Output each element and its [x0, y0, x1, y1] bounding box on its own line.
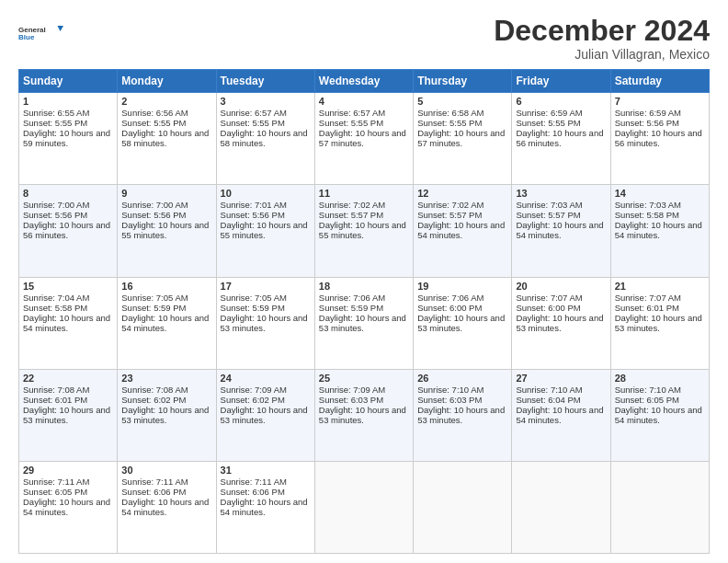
sunrise-text: Sunrise: 6:58 AM [417, 108, 483, 118]
calendar-day-header: Tuesday [216, 70, 314, 93]
calendar-cell [512, 461, 610, 553]
calendar-cell: 19 Sunrise: 7:06 AM Sunset: 6:00 PM Dayl… [414, 277, 512, 369]
sunset-text: Sunset: 5:55 PM [121, 118, 186, 128]
title-block: December 2024 Julian Villagran, Mexico [494, 15, 710, 62]
sunset-text: Sunset: 6:00 PM [417, 303, 482, 313]
daylight-label: Daylight: 10 hours and 54 minutes. [615, 220, 702, 240]
calendar-cell: 20 Sunrise: 7:07 AM Sunset: 6:00 PM Dayl… [512, 277, 610, 369]
day-number: 6 [516, 96, 606, 107]
daylight-label: Daylight: 10 hours and 55 minutes. [319, 220, 406, 240]
daylight-label: Daylight: 10 hours and 54 minutes. [516, 405, 603, 425]
calendar-day-header: Saturday [610, 70, 709, 93]
sunset-text: Sunset: 5:56 PM [121, 210, 186, 220]
day-number: 29 [23, 465, 113, 476]
daylight-label: Daylight: 10 hours and 54 minutes. [221, 497, 308, 517]
sunset-text: Sunset: 5:59 PM [121, 303, 186, 313]
calendar-cell: 28 Sunrise: 7:10 AM Sunset: 6:05 PM Dayl… [610, 369, 709, 461]
calendar-cell: 6 Sunrise: 6:59 AM Sunset: 5:55 PM Dayli… [512, 93, 610, 185]
day-number: 13 [516, 188, 606, 199]
daylight-label: Daylight: 10 hours and 53 minutes. [221, 313, 308, 333]
calendar-cell: 27 Sunrise: 7:10 AM Sunset: 6:04 PM Dayl… [512, 369, 610, 461]
sunrise-text: Sunrise: 6:59 AM [615, 108, 681, 118]
sunset-text: Sunset: 6:02 PM [221, 395, 285, 405]
sunset-text: Sunset: 5:58 PM [23, 303, 87, 313]
sunset-text: Sunset: 6:00 PM [516, 303, 580, 313]
sunset-text: Sunset: 5:55 PM [516, 118, 580, 128]
daylight-label: Daylight: 10 hours and 54 minutes. [615, 405, 702, 425]
day-number: 8 [23, 188, 113, 199]
calendar-week-row: 22 Sunrise: 7:08 AM Sunset: 6:01 PM Dayl… [19, 369, 710, 461]
sunset-text: Sunset: 6:01 PM [23, 395, 87, 405]
calendar-cell: 2 Sunrise: 6:56 AM Sunset: 5:55 PM Dayli… [118, 93, 216, 185]
daylight-label: Daylight: 10 hours and 53 minutes. [516, 313, 603, 333]
sunset-text: Sunset: 5:58 PM [615, 210, 679, 220]
day-number: 30 [121, 465, 211, 476]
daylight-label: Daylight: 10 hours and 54 minutes. [121, 313, 209, 333]
header: General Blue December 2024 Julian Villag… [18, 15, 710, 62]
sunset-text: Sunset: 5:57 PM [319, 210, 383, 220]
sunset-text: Sunset: 5:59 PM [221, 303, 285, 313]
sunrise-text: Sunrise: 7:11 AM [23, 477, 89, 487]
sunrise-text: Sunrise: 7:07 AM [516, 293, 582, 303]
sunrise-text: Sunrise: 7:05 AM [121, 293, 188, 303]
calendar-cell [610, 461, 709, 553]
sunrise-text: Sunrise: 7:04 AM [23, 293, 89, 303]
sunrise-text: Sunrise: 7:09 AM [221, 385, 287, 395]
calendar-day-header: Sunday [19, 70, 118, 93]
daylight-label: Daylight: 10 hours and 54 minutes. [121, 497, 209, 517]
sunset-text: Sunset: 5:55 PM [23, 118, 87, 128]
calendar-cell [414, 461, 512, 553]
calendar-cell: 17 Sunrise: 7:05 AM Sunset: 5:59 PM Dayl… [216, 277, 314, 369]
sunrise-text: Sunrise: 7:09 AM [319, 385, 385, 395]
daylight-label: Daylight: 10 hours and 53 minutes. [221, 405, 308, 425]
sunrise-text: Sunrise: 7:10 AM [615, 385, 681, 395]
daylight-label: Daylight: 10 hours and 56 minutes. [23, 220, 110, 240]
calendar-cell: 30 Sunrise: 7:11 AM Sunset: 6:06 PM Dayl… [118, 461, 216, 553]
daylight-label: Daylight: 10 hours and 57 minutes. [319, 128, 406, 148]
calendar-cell: 4 Sunrise: 6:57 AM Sunset: 5:55 PM Dayli… [314, 93, 413, 185]
day-number: 16 [121, 281, 211, 292]
daylight-label: Daylight: 10 hours and 55 minutes. [121, 220, 209, 240]
sunrise-text: Sunrise: 7:02 AM [319, 200, 385, 210]
day-number: 12 [417, 188, 507, 199]
sunrise-text: Sunrise: 7:02 AM [417, 200, 483, 210]
day-number: 20 [516, 281, 606, 292]
sunrise-text: Sunrise: 7:03 AM [516, 200, 582, 210]
logo-svg: General Blue [18, 15, 64, 52]
daylight-label: Daylight: 10 hours and 54 minutes. [417, 220, 505, 240]
sunrise-text: Sunrise: 7:01 AM [221, 200, 287, 210]
daylight-label: Daylight: 10 hours and 53 minutes. [417, 313, 505, 333]
calendar-week-row: 8 Sunrise: 7:00 AM Sunset: 5:56 PM Dayli… [19, 185, 710, 277]
sunset-text: Sunset: 5:55 PM [319, 118, 383, 128]
calendar-cell: 15 Sunrise: 7:04 AM Sunset: 5:58 PM Dayl… [19, 277, 118, 369]
day-number: 7 [615, 96, 705, 107]
day-number: 31 [221, 465, 311, 476]
calendar-cell: 25 Sunrise: 7:09 AM Sunset: 6:03 PM Dayl… [314, 369, 413, 461]
sunset-text: Sunset: 5:57 PM [516, 210, 580, 220]
sunset-text: Sunset: 5:56 PM [23, 210, 87, 220]
sunrise-text: Sunrise: 7:10 AM [417, 385, 483, 395]
sunrise-text: Sunrise: 6:57 AM [319, 108, 385, 118]
calendar-table: SundayMondayTuesdayWednesdayThursdayFrid… [18, 69, 710, 554]
calendar-week-row: 29 Sunrise: 7:11 AM Sunset: 6:05 PM Dayl… [19, 461, 710, 553]
daylight-label: Daylight: 10 hours and 53 minutes. [121, 405, 209, 425]
daylight-label: Daylight: 10 hours and 56 minutes. [516, 128, 603, 148]
calendar-day-header: Monday [118, 70, 216, 93]
calendar-cell: 9 Sunrise: 7:00 AM Sunset: 5:56 PM Dayli… [118, 185, 216, 277]
sunrise-text: Sunrise: 6:55 AM [23, 108, 89, 118]
calendar-cell: 13 Sunrise: 7:03 AM Sunset: 5:57 PM Dayl… [512, 185, 610, 277]
calendar-cell: 24 Sunrise: 7:09 AM Sunset: 6:02 PM Dayl… [216, 369, 314, 461]
day-number: 27 [516, 373, 606, 384]
daylight-label: Daylight: 10 hours and 54 minutes. [516, 220, 603, 240]
sunset-text: Sunset: 5:56 PM [615, 118, 679, 128]
calendar-cell: 31 Sunrise: 7:11 AM Sunset: 6:06 PM Dayl… [216, 461, 314, 553]
sunset-text: Sunset: 6:06 PM [121, 487, 186, 497]
calendar-cell: 18 Sunrise: 7:06 AM Sunset: 5:59 PM Dayl… [314, 277, 413, 369]
sunset-text: Sunset: 5:59 PM [319, 303, 383, 313]
sunrise-text: Sunrise: 6:56 AM [121, 108, 188, 118]
daylight-label: Daylight: 10 hours and 55 minutes. [221, 220, 308, 240]
sunrise-text: Sunrise: 7:11 AM [221, 477, 287, 487]
calendar-cell: 5 Sunrise: 6:58 AM Sunset: 5:55 PM Dayli… [414, 93, 512, 185]
logo: General Blue [18, 15, 64, 52]
subtitle: Julian Villagran, Mexico [494, 47, 710, 62]
